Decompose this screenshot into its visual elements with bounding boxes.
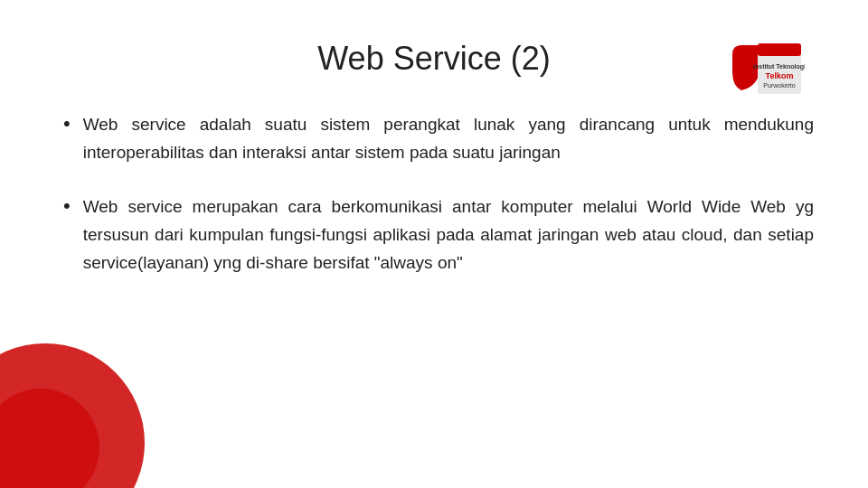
svg-text:Telkom: Telkom	[766, 71, 794, 80]
telkom-logo: Institut Teknologi Telkom Purwokerto	[732, 36, 805, 101]
logo-area: Institut Teknologi Telkom Purwokerto	[723, 36, 814, 108]
bullet-text-1: Web service adalah suatu sistem perangka…	[83, 110, 814, 167]
bullet-item-1: • Web service adalah suatu sistem perang…	[63, 110, 814, 167]
svg-text:Purwokerto: Purwokerto	[763, 82, 796, 89]
slide-header: Web Service (2) Institut Teknologi Telko…	[54, 36, 814, 78]
bullet-dot-1: •	[63, 112, 71, 136]
slide-content: • Web service adalah suatu sistem perang…	[54, 110, 814, 277]
bullet-dot-2: •	[63, 194, 71, 218]
svg-text:Institut Teknologi: Institut Teknologi	[753, 63, 805, 70]
slide: Web Service (2) Institut Teknologi Telko…	[0, 0, 868, 488]
bullet-item-2: • Web service merupakan cara berkomunika…	[63, 192, 814, 277]
svg-rect-1	[758, 43, 801, 56]
slide-title: Web Service (2)	[54, 36, 814, 78]
bullet-text-2: Web service merupakan cara berkomunikasi…	[83, 192, 814, 277]
